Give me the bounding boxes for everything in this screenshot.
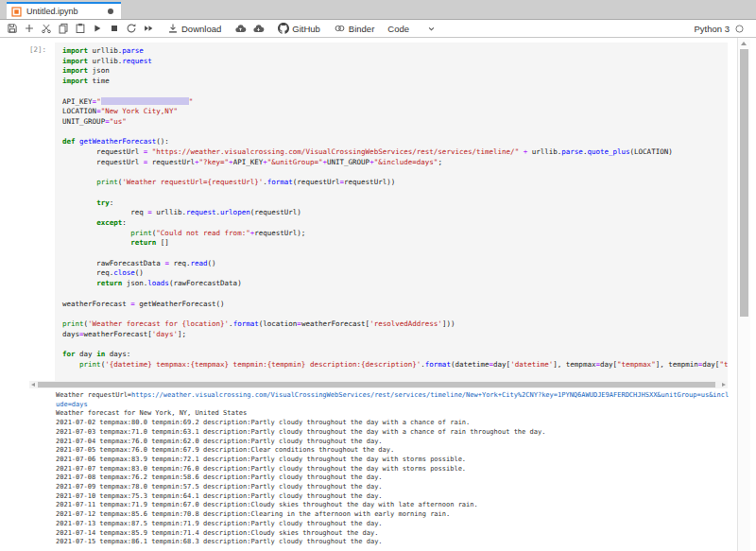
download-button[interactable]: Download xyxy=(167,23,221,34)
paste-cell-button[interactable] xyxy=(75,23,86,34)
output-line: 2021-07-02 tempmax:80.0 tempmin:69.2 des… xyxy=(56,419,730,428)
cell-type-select[interactable]: Code xyxy=(387,24,409,34)
binder-rings-icon xyxy=(334,23,346,34)
output-line: 2021-07-15 tempmax:86.1 tempmin:68.3 des… xyxy=(56,538,730,547)
save-to-browser-storage-button[interactable] xyxy=(234,23,247,34)
cell-horizontal-scrollbar[interactable] xyxy=(29,381,728,388)
cell-execution-prompt: [2]: xyxy=(29,45,46,54)
vertical-scrollbar-thumb[interactable] xyxy=(740,49,748,317)
cloud-upload-icon xyxy=(234,23,247,34)
download-label: Download xyxy=(181,24,221,34)
restart-kernel-button[interactable] xyxy=(126,23,137,34)
fast-forward-icon xyxy=(143,23,154,34)
kernel-name: Python 3 xyxy=(695,24,730,34)
scissors-cut-icon xyxy=(41,23,52,34)
output-line: 2021-07-03 tempmax:71.0 tempmin:63.1 des… xyxy=(56,428,730,438)
play-run-icon xyxy=(92,23,103,34)
stop-icon xyxy=(109,23,120,34)
output-line: Weather forecast for New York, NY, Unite… xyxy=(56,409,730,419)
notebook-toolbar: Download GitHub Binder xyxy=(0,20,756,38)
restore-from-browser-storage-button[interactable] xyxy=(252,23,265,34)
output-line: 2021-07-05 tempmax:76.0 tempmin:67.9 des… xyxy=(56,446,730,456)
github-octocat-icon xyxy=(278,23,289,34)
restart-run-all-button[interactable] xyxy=(143,23,154,34)
output-line: 2021-07-12 tempmax:85.6 tempmin:70.8 des… xyxy=(56,510,730,520)
github-button[interactable]: GitHub xyxy=(278,23,320,34)
unsaved-changes-dot xyxy=(108,9,113,14)
code-cell-editor[interactable]: import urllib.parseimport urllib.request… xyxy=(55,43,728,381)
output-line: 2021-07-10 tempmax:75.3 tempmin:64.1 des… xyxy=(56,492,730,502)
notebook-area: [2]: import urllib.parseimport urllib.re… xyxy=(0,38,756,551)
output-line: 2021-07-07 tempmax:83.0 tempmin:76.0 des… xyxy=(56,465,730,474)
scroll-right-arrow-icon[interactable] xyxy=(722,383,726,387)
plus-icon xyxy=(24,23,35,34)
download-icon xyxy=(167,23,179,34)
horizontal-scrollbar-thumb[interactable] xyxy=(38,382,715,387)
cut-cell-button[interactable] xyxy=(41,23,52,34)
floppy-save-icon xyxy=(7,23,18,34)
tab-untitled-ipynb[interactable]: Untitled.ipynb xyxy=(7,2,121,19)
binder-label: Binder xyxy=(349,24,374,34)
copy-icon xyxy=(58,23,69,34)
output-text: Weather requestUrl=https://weather.visua… xyxy=(56,391,730,547)
restart-refresh-icon xyxy=(126,23,137,34)
jupyter-notebook-window: Untitled.ipynb xyxy=(0,0,756,551)
request-url-link[interactable]: https://weather.visualcrossing.com/Visua… xyxy=(56,391,729,408)
output-line: 2021-07-11 tempmax:71.9 tempmin:67.0 des… xyxy=(56,501,730,510)
run-cell-button[interactable] xyxy=(92,23,103,34)
cloud-download-icon xyxy=(252,23,265,34)
cell-type-label: Code xyxy=(387,24,409,34)
output-line: 2021-07-13 tempmax:87.5 tempmin:71.9 des… xyxy=(56,520,730,529)
page-vertical-scrollbar[interactable] xyxy=(737,38,750,551)
scroll-left-arrow-icon[interactable] xyxy=(31,383,35,387)
binder-button[interactable]: Binder xyxy=(334,23,374,34)
clipboard-paste-icon xyxy=(75,23,86,34)
output-line: 2021-07-14 tempmax:85.9 tempmin:71.4 des… xyxy=(56,529,730,539)
chevron-down-icon xyxy=(426,24,437,34)
copy-cell-button[interactable] xyxy=(58,23,69,34)
output-line: 2021-07-04 tempmax:76.0 tempmin:62.0 des… xyxy=(56,438,730,447)
add-cell-button[interactable] xyxy=(24,23,35,34)
kernel-status-circle-icon xyxy=(734,24,745,34)
github-label: GitHub xyxy=(292,24,320,34)
save-button[interactable] xyxy=(7,23,18,34)
tab-bar: Untitled.ipynb xyxy=(0,0,756,20)
cell-output-area: Weather requestUrl=https://weather.visua… xyxy=(56,391,730,547)
interrupt-kernel-button[interactable] xyxy=(109,23,120,34)
scroll-up-arrow-icon[interactable] xyxy=(741,42,747,45)
output-line: 2021-07-06 tempmax:83.9 tempmin:72.1 des… xyxy=(56,456,730,465)
output-line: 2021-07-09 tempmax:78.0 tempmin:57.5 des… xyxy=(56,483,730,492)
output-line: 2021-07-08 tempmax:76.2 tempmin:58.6 des… xyxy=(56,474,730,483)
notebook-file-icon xyxy=(11,7,22,17)
tab-title: Untitled.ipynb xyxy=(26,7,78,16)
cell-type-dropdown-button[interactable] xyxy=(426,24,437,34)
code-lines: import urllib.parseimport urllib.request… xyxy=(62,46,728,370)
kernel-indicator[interactable]: Python 3 xyxy=(695,24,746,34)
